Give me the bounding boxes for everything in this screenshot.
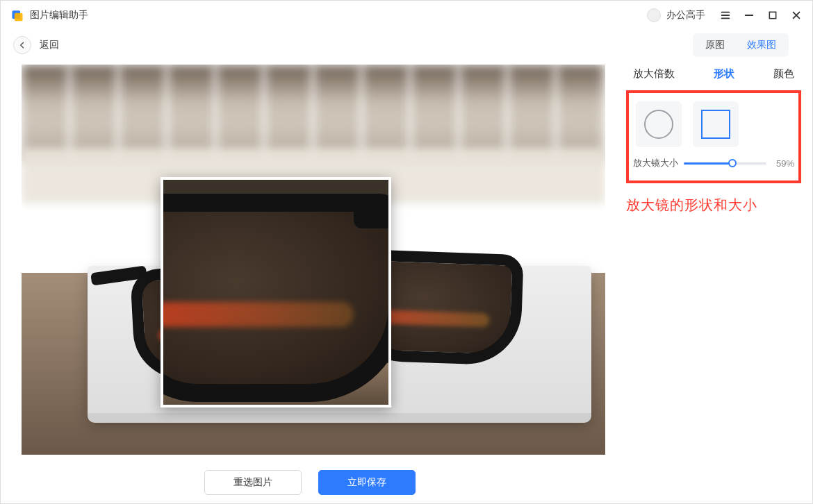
side-tab-shape[interactable]: 形状 bbox=[711, 65, 737, 83]
shape-option-square[interactable] bbox=[693, 101, 739, 147]
annotation-caption: 放大镜的形状和大小 bbox=[626, 196, 801, 215]
minimize-icon[interactable] bbox=[743, 9, 755, 22]
close-icon[interactable] bbox=[790, 9, 803, 22]
user-label: 办公高手 bbox=[666, 9, 705, 22]
tab-original[interactable]: 原图 bbox=[696, 36, 734, 54]
annotation-box: 放大镜大小 59% bbox=[626, 90, 801, 183]
tab-result[interactable]: 效果图 bbox=[737, 36, 786, 54]
user-area[interactable]: 办公高手 bbox=[647, 8, 705, 22]
magnifier-size-slider[interactable] bbox=[684, 158, 766, 168]
side-tab-color[interactable]: 颜色 bbox=[771, 65, 797, 83]
side-tabs: 放大倍数 形状 颜色 bbox=[626, 65, 801, 90]
canvas-wrap bbox=[1, 60, 619, 464]
main: 重选图片 立即保存 放大倍数 形状 颜色 放大镜大小 59% bbox=[1, 60, 812, 503]
magnifier-overlay[interactable] bbox=[161, 177, 391, 408]
shape-option-circle[interactable] bbox=[636, 101, 682, 147]
circle-icon bbox=[644, 110, 673, 139]
svg-rect-1 bbox=[15, 13, 23, 22]
view-toggle: 原图 效果图 bbox=[693, 33, 789, 57]
user-avatar-icon bbox=[647, 8, 661, 22]
titlebar: 图片编辑助手 办公高手 bbox=[1, 1, 812, 30]
canvas-column: 重选图片 立即保存 bbox=[1, 60, 619, 503]
side-panel: 放大倍数 形状 颜色 放大镜大小 59% 放大镜的形状和大小 bbox=[619, 60, 812, 503]
slider-label: 放大镜大小 bbox=[633, 157, 678, 169]
shape-options bbox=[633, 99, 794, 157]
back-button[interactable] bbox=[13, 36, 31, 54]
slider-value: 59% bbox=[772, 158, 794, 169]
save-button[interactable]: 立即保存 bbox=[318, 470, 416, 495]
bottom-bar: 重选图片 立即保存 bbox=[1, 464, 619, 503]
app-icon bbox=[10, 8, 24, 22]
menu-icon[interactable] bbox=[719, 9, 732, 22]
back-label: 返回 bbox=[40, 39, 59, 51]
side-tab-zoom[interactable]: 放大倍数 bbox=[630, 65, 678, 83]
square-icon bbox=[701, 110, 730, 139]
reselect-image-button[interactable]: 重选图片 bbox=[204, 470, 302, 495]
app-title: 图片编辑助手 bbox=[30, 9, 88, 22]
image-canvas[interactable] bbox=[22, 65, 605, 455]
maximize-icon[interactable] bbox=[766, 9, 779, 22]
toolbar: 返回 原图 效果图 bbox=[1, 30, 812, 60]
magnifier-size-row: 放大镜大小 59% bbox=[633, 157, 794, 169]
window-controls bbox=[719, 9, 803, 22]
svg-rect-2 bbox=[769, 12, 775, 18]
